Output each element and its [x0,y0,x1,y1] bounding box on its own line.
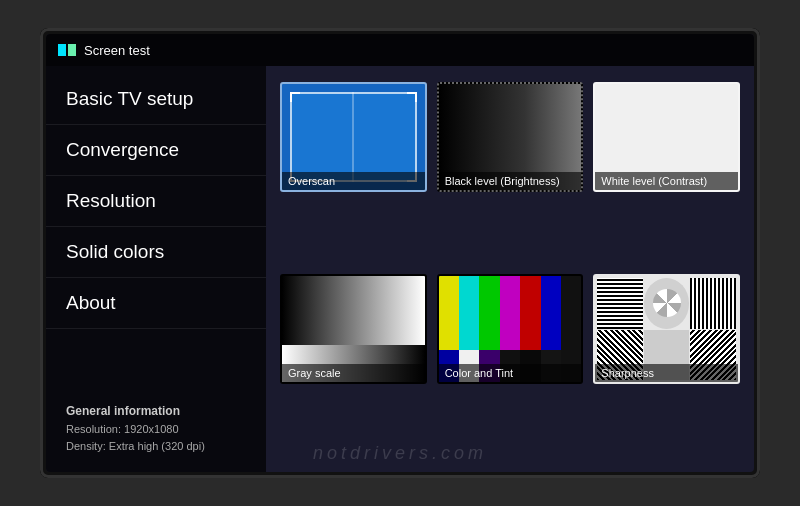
sidebar-item-convergence[interactable]: Convergence [46,125,266,176]
top-bar: Screen test [46,34,754,66]
tile-overscan[interactable]: Overscan [280,82,427,192]
tile-white-level[interactable]: White level (Contrast) [593,82,740,192]
screen: Screen test Basic TV setup Convergence R… [46,34,754,472]
tile-black-level[interactable]: Black level (Brightness) [437,82,584,192]
sharp-h-lines-1 [690,278,736,329]
tile-color-label: Color and Tint [439,364,582,382]
watermark: notdrivers.com [46,443,754,464]
icon-cyan [58,44,66,56]
sidebar-item-about[interactable]: About [46,278,266,329]
corner-tr [407,92,417,102]
sharp-circle [653,289,681,317]
color-bar-blue [541,276,561,350]
color-bar-green [479,276,499,350]
screen-test-icon [58,44,76,56]
test-panel: Overscan Black level (Brightness) White … [266,66,754,472]
tile-sharpness-label: Sharpness [595,364,738,382]
overscan-center-line [353,92,354,182]
tile-overscan-label: Overscan [282,172,425,190]
tile-color-tint[interactable]: Color and Tint [437,274,584,384]
sharp-circle-block [644,278,690,329]
sidebar-item-basic-tv-setup[interactable]: Basic TV setup [46,74,266,125]
tv-frame: Screen test Basic TV setup Convergence R… [40,28,760,478]
sidebar-item-resolution[interactable]: Resolution [46,176,266,227]
tile-sharpness[interactable]: Sharpness [593,274,740,384]
corner-tl [290,92,300,102]
icon-green [68,44,76,56]
color-bar-yellow [439,276,459,350]
color-bar-black [561,276,581,350]
color-bar-magenta [500,276,520,350]
tile-gray-label: Gray scale [282,364,425,382]
gray-gradient-top [282,276,425,345]
color-bars [439,276,582,350]
main-content: Basic TV setup Convergence Resolution So… [46,66,754,472]
tile-white-label: White level (Contrast) [595,172,738,190]
tile-black-label: Black level (Brightness) [439,172,582,190]
color-bar-cyan [459,276,479,350]
color-bar-red [520,276,540,350]
sidebar: Basic TV setup Convergence Resolution So… [46,66,266,472]
footer-resolution: Resolution: 1920x1080 [66,421,246,439]
sharp-v-lines-1 [597,278,643,329]
sidebar-item-solid-colors[interactable]: Solid colors [46,227,266,278]
top-bar-title: Screen test [84,43,150,58]
tile-gray-scale[interactable]: Gray scale [280,274,427,384]
footer-title: General information [66,402,246,421]
